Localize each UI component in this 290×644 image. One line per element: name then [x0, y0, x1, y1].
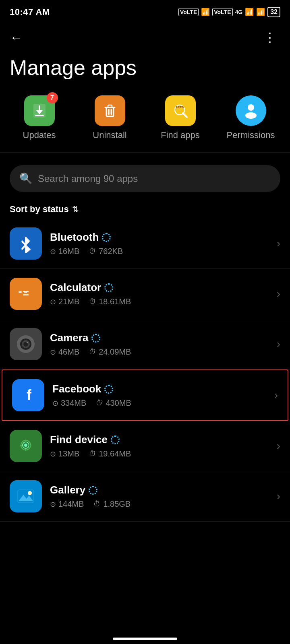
calculator-meta: ⊙ 21MB ⏱ 18.61MB: [50, 297, 273, 306]
uninstall-icon-bg: [95, 95, 125, 126]
svg-text:=: =: [23, 287, 29, 299]
updates-label: Updates: [23, 130, 56, 140]
camera-chevron-icon: ›: [277, 338, 280, 351]
bluetooth-storage: ⊙ 16MB: [50, 247, 79, 256]
camera-status-dots: [91, 334, 100, 343]
camera-storage-value: 46MB: [58, 347, 79, 357]
gallery-status-dots: [89, 486, 97, 495]
svg-line-17: [183, 113, 187, 117]
signal1-icon: 📶: [201, 8, 210, 17]
finddevice-chevron-icon: ›: [277, 440, 280, 452]
gallery-app-icon: [10, 480, 42, 512]
finddevice-cache-value: 19.64MB: [99, 449, 131, 458]
facebook-name: Facebook: [52, 383, 101, 395]
calculator-app-icon: =: [10, 278, 42, 310]
svg-rect-3: [35, 115, 44, 116]
findapps-label: Find apps: [161, 130, 200, 140]
search-container: 🔍 Search among 90 apps: [0, 157, 290, 196]
back-button[interactable]: ←: [6, 27, 26, 48]
gallery-name-row: Gallery: [50, 484, 273, 496]
sort-bar[interactable]: Sort by status ⇅: [0, 196, 290, 219]
bluetooth-name-row: Bluetooth: [50, 231, 273, 244]
svg-point-33: [27, 342, 28, 343]
camera-meta: ⊙ 46MB ⏱ 24.09MB: [50, 347, 273, 357]
facebook-cache-value: 430MB: [106, 398, 131, 408]
app-row-bluetooth[interactable]: Bluetooth ⊙ 16MB ⏱ 762KB ›: [0, 219, 290, 269]
cache-icon4: ⏱: [96, 399, 103, 407]
updates-action[interactable]: 7 Updates: [13, 95, 66, 140]
signal2-icon: 📶: [245, 8, 254, 17]
gallery-cache-value: 1.85GB: [103, 500, 130, 509]
facebook-status-dots: [104, 385, 113, 394]
bluetooth-cache: ⏱ 762KB: [89, 247, 123, 256]
storage-icon4: ⊙: [52, 399, 58, 408]
finddevice-status-dots: [111, 436, 120, 444]
bottom-navigation-bar: [0, 624, 290, 644]
updates-badge: 7: [47, 92, 58, 103]
cache-icon6: ⏱: [93, 500, 101, 508]
gallery-cache: ⏱ 1.85GB: [93, 500, 130, 509]
sort-arrow-icon: ⇅: [72, 204, 79, 214]
app-row-camera[interactable]: Camera ⊙ 46MB ⏱ 24.09MB ›: [0, 319, 290, 369]
finddevice-name: Find device: [50, 433, 108, 446]
app-list: Bluetooth ⊙ 16MB ⏱ 762KB › =: [0, 219, 290, 530]
finddevice-storage-value: 13MB: [58, 449, 79, 458]
search-bar[interactable]: 🔍 Search among 90 apps: [10, 165, 280, 192]
permissions-label: Permissions: [227, 130, 275, 140]
updates-icon: [31, 102, 48, 119]
finddevice-meta: ⊙ 13MB ⏱ 19.64MB: [50, 449, 273, 458]
calculator-storage: ⊙ 21MB: [50, 297, 79, 306]
facebook-meta: ⊙ 334MB ⏱ 430MB: [52, 398, 270, 408]
camera-name: Camera: [50, 332, 88, 344]
storage-icon2: ⊙: [50, 297, 56, 306]
app-row-calculator[interactable]: = Calculator ⊙ 21MB ⏱ 18.61MB ›: [0, 269, 290, 319]
permissions-icon-bg: [236, 95, 266, 126]
bluetooth-name: Bluetooth: [50, 231, 99, 244]
permissions-action[interactable]: Permissions: [225, 95, 277, 140]
uninstall-action[interactable]: Uninstall: [84, 95, 136, 140]
facebook-storage-value: 334MB: [61, 398, 86, 408]
app-row-finddevice[interactable]: Find device ⊙ 13MB ⏱ 19.64MB ›: [0, 421, 290, 471]
calculator-name: Calculator: [50, 281, 101, 294]
sort-label: Sort by status: [10, 204, 69, 215]
search-icon: 🔍: [19, 172, 32, 185]
gallery-app-info: Gallery ⊙ 144MB ⏱ 1.85GB: [50, 484, 273, 509]
updates-icon-wrap: 7: [24, 95, 55, 126]
facebook-chevron-icon: ›: [274, 389, 278, 402]
app-row-facebook[interactable]: f Facebook ⊙ 334MB ⏱ 430MB ›: [2, 369, 288, 421]
svg-point-19: [245, 112, 257, 119]
camera-cache-value: 24.09MB: [99, 347, 131, 357]
wifi-icon: 📶: [256, 8, 265, 17]
top-nav: ← ⋮: [0, 23, 290, 52]
cache-icon2: ⏱: [89, 297, 96, 306]
svg-point-39: [24, 444, 27, 447]
storage-icon: ⊙: [50, 247, 56, 256]
network-vo2-icon: VoLTE: [212, 8, 232, 16]
more-options-button[interactable]: ⋮: [260, 27, 280, 48]
cache-icon5: ⏱: [89, 450, 96, 458]
gallery-chevron-icon: ›: [277, 490, 280, 503]
svg-rect-6: [108, 105, 112, 107]
svg-point-18: [248, 104, 254, 111]
facebook-app-icon: f: [12, 379, 44, 411]
status-bar: 10:47 AM VoLTE 📶 VoLTE 4G 📶 📶 32: [0, 0, 290, 23]
gallery-name: Gallery: [50, 484, 85, 496]
facebook-cache: ⏱ 430MB: [96, 398, 131, 408]
bluetooth-app-icon: [10, 227, 42, 260]
finddevice-cache: ⏱ 19.64MB: [89, 449, 131, 458]
section-divider: [0, 153, 290, 153]
page-title: Manage apps: [0, 52, 290, 91]
home-indicator[interactable]: [113, 638, 177, 640]
finddevice-app-icon: [10, 430, 42, 462]
bluetooth-meta: ⊙ 16MB ⏱ 762KB: [50, 247, 273, 256]
quick-actions: 7 Updates Uninstall: [0, 91, 290, 149]
calculator-status-dots: [104, 283, 113, 292]
findapps-action[interactable]: APPS APPS Find apps: [154, 95, 207, 140]
bluetooth-cache-value: 762KB: [99, 247, 123, 256]
calculator-cache: ⏱ 18.61MB: [89, 297, 131, 306]
camera-app-icon: [10, 328, 42, 360]
finddevice-storage: ⊙ 13MB: [50, 449, 79, 458]
app-row-gallery[interactable]: Gallery ⊙ 144MB ⏱ 1.85GB ›: [0, 471, 290, 522]
camera-icon: [16, 334, 35, 354]
gallery-storage: ⊙ 144MB: [50, 500, 84, 509]
